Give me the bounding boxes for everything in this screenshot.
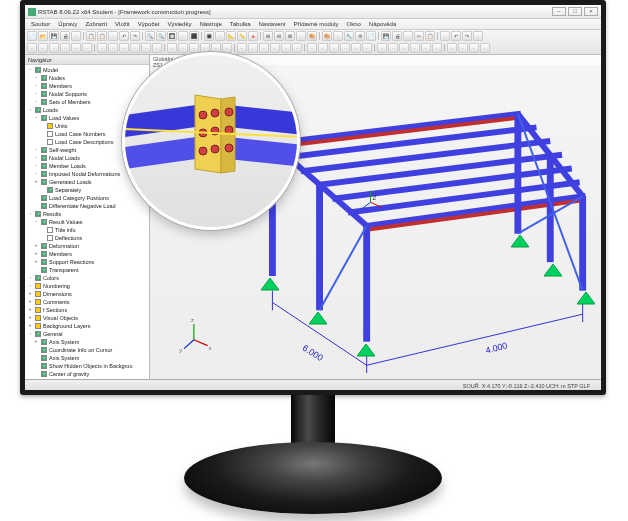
menu-table[interactable]: Tabulka	[226, 21, 255, 27]
toolbar-button[interactable]: ⊟	[274, 31, 284, 41]
toolbar-button[interactable]: ·	[447, 43, 457, 53]
tree-toggle-icon[interactable]: +	[33, 179, 39, 185]
tree-toggle-icon[interactable]: +	[33, 251, 39, 257]
toolbar-button[interactable]: ·	[237, 43, 247, 53]
toolbar-button[interactable]: 🔳	[204, 31, 214, 41]
node-support-react[interactable]: +✓Support Reactions	[27, 258, 147, 266]
node-numbering[interactable]: -Numbering	[27, 282, 147, 290]
toolbar-button[interactable]: 🎨	[322, 31, 332, 41]
menu-calc[interactable]: Výpočet	[134, 21, 164, 27]
toolbar-button[interactable]: ·	[480, 43, 490, 53]
toolbar-button[interactable]: ·	[178, 43, 188, 53]
toolbar-button[interactable]: ·	[432, 43, 442, 53]
toolbar-button[interactable]: ·	[318, 43, 328, 53]
menu-view[interactable]: Zobrazit	[81, 21, 111, 27]
tree-toggle-icon[interactable]	[33, 195, 39, 201]
toolbar-button[interactable]: ·	[108, 31, 118, 41]
tree-toggle-icon[interactable]: -	[33, 91, 39, 97]
toolbar-button[interactable]: ·	[152, 43, 162, 53]
toolbar-button[interactable]: ·	[71, 43, 81, 53]
tree-toggle-icon[interactable]	[33, 355, 39, 361]
tree-checkbox[interactable]: ✓	[41, 163, 47, 169]
menu-window[interactable]: Okno	[343, 21, 365, 27]
toolbar-button[interactable]: 📐	[226, 31, 236, 41]
toolbar-button[interactable]: ·	[222, 43, 232, 53]
toolbar-button[interactable]: 📂	[38, 31, 48, 41]
toolbar-button[interactable]: 🔍	[145, 31, 155, 41]
tree-toggle-icon[interactable]: -	[27, 211, 33, 217]
node-res-values[interactable]: -✓Result Values	[27, 218, 147, 226]
toolbar-button[interactable]: ·	[388, 43, 398, 53]
tree-toggle-icon[interactable]: -	[27, 67, 33, 73]
toolbar-button[interactable]: ·	[440, 31, 450, 41]
toolbar-button[interactable]: 🔲	[167, 31, 177, 41]
tree-checkbox[interactable]	[47, 123, 53, 129]
toolbar-button[interactable]: 🔺	[248, 31, 258, 41]
toolbar-button[interactable]: 📋	[97, 31, 107, 41]
toolbar-button[interactable]: ⬛	[189, 31, 199, 41]
toolbar-button[interactable]: ·	[259, 43, 269, 53]
toolbar-button[interactable]: 🖨	[392, 31, 402, 41]
toolbar-button[interactable]: ·	[248, 43, 258, 53]
menu-file[interactable]: Soubor	[27, 21, 54, 27]
tree-toggle-icon[interactable]: +	[33, 259, 39, 265]
toolbar-button[interactable]: ·	[333, 31, 343, 41]
tree-toggle-icon[interactable]: +	[27, 315, 33, 321]
tree-checkbox[interactable]: ✓	[41, 259, 47, 265]
tree-checkbox[interactable]	[47, 235, 53, 241]
menu-results[interactable]: Výsledky	[163, 21, 195, 27]
tree-checkbox[interactable]	[35, 283, 41, 289]
tree-checkbox[interactable]	[35, 291, 41, 297]
tree-checkbox[interactable]	[35, 299, 41, 305]
tree-checkbox[interactable]: ✓	[41, 371, 47, 377]
tree-toggle-icon[interactable]	[33, 347, 39, 353]
toolbar-button[interactable]: ·	[130, 43, 140, 53]
node-sections[interactable]: +f Sections	[27, 306, 147, 314]
toolbar-button[interactable]: ·	[215, 31, 225, 41]
tree-checkbox[interactable]: ✓	[41, 91, 47, 97]
tree-toggle-icon[interactable]: -	[27, 275, 33, 281]
toolbar-button[interactable]: ·	[421, 43, 431, 53]
tree-checkbox[interactable]: ✓	[35, 107, 41, 113]
node-axis2[interactable]: ✓Axis System	[27, 354, 147, 362]
toolbar-button[interactable]: ·	[270, 43, 280, 53]
toolbar-button[interactable]: 📄	[366, 31, 376, 41]
tree-checkbox[interactable]: ✓	[41, 83, 47, 89]
toolbar-button[interactable]: ·	[27, 43, 37, 53]
node-cat-pos[interactable]: ✓Load Category Positions	[27, 194, 147, 202]
toolbar-button[interactable]: ·	[178, 31, 188, 41]
tree-toggle-icon[interactable]: -	[33, 115, 39, 121]
tree-checkbox[interactable]: ✓	[41, 99, 47, 105]
toolbar-button[interactable]: ·	[377, 43, 387, 53]
tree-toggle-icon[interactable]: +	[33, 339, 39, 345]
tree-toggle-icon[interactable]: -	[33, 163, 39, 169]
node-deflections[interactable]: Deflections	[27, 234, 147, 242]
tree-checkbox[interactable]: ✓	[41, 363, 47, 369]
node-general[interactable]: -✓General	[27, 330, 147, 338]
toolbar-button[interactable]: ·	[108, 43, 118, 53]
tree-toggle-icon[interactable]: +	[27, 307, 33, 313]
minimize-button[interactable]: −	[552, 7, 566, 16]
toolbar-button[interactable]: 📄	[27, 31, 37, 41]
menu-help[interactable]: Nápověda	[365, 21, 400, 27]
tree-toggle-icon[interactable]: -	[33, 99, 39, 105]
toolbar-button[interactable]: 🎨	[307, 31, 317, 41]
menu-addons[interactable]: Přídavné moduly	[289, 21, 342, 27]
tree-toggle-icon[interactable]: -	[33, 75, 39, 81]
toolbar-button[interactable]: ⊞	[263, 31, 273, 41]
toolbar-button[interactable]: ·	[167, 43, 177, 53]
tree-toggle-icon[interactable]	[33, 363, 39, 369]
toolbar-button[interactable]: ·	[141, 43, 151, 53]
toolbar-button[interactable]: ✂	[414, 31, 424, 41]
tree-toggle-icon[interactable]	[39, 139, 45, 145]
tree-checkbox[interactable]: ✓	[41, 171, 47, 177]
toolbar-button[interactable]: ·	[296, 31, 306, 41]
maximize-button[interactable]: □	[568, 7, 582, 16]
node-dimensions[interactable]: +Dimensions	[27, 290, 147, 298]
toolbar-button[interactable]: ·	[119, 43, 129, 53]
node-members[interactable]: -✓Members	[27, 82, 147, 90]
tree-toggle-icon[interactable]	[39, 131, 45, 137]
tree-checkbox[interactable]: ✓	[41, 267, 47, 273]
node-axis[interactable]: +✓Axis System	[27, 338, 147, 346]
toolbar-button[interactable]: 📋	[425, 31, 435, 41]
